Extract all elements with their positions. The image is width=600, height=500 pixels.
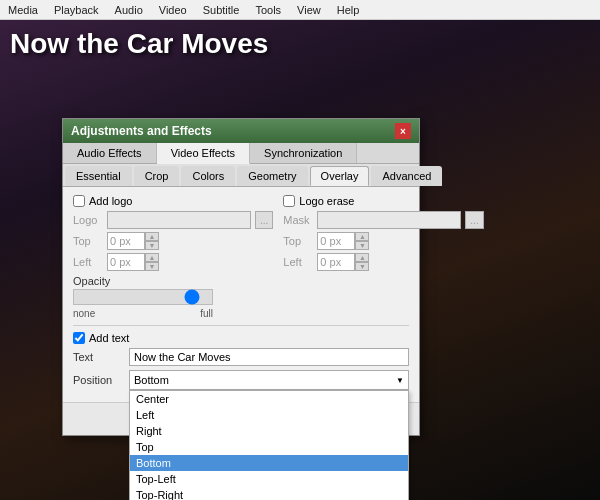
tab-audio-effects[interactable]: Audio Effects (63, 143, 157, 163)
menu-video[interactable]: Video (155, 2, 191, 18)
option-left[interactable]: Left (130, 407, 408, 423)
dialog-titlebar: Adjustments and Effects × (63, 119, 419, 143)
top-spin-left: ▲ ▼ (145, 232, 159, 250)
video-title: Now the Car Moves (10, 28, 268, 60)
option-top[interactable]: Top (130, 439, 408, 455)
tab-colors[interactable]: Colors (181, 166, 235, 186)
position-label: Position (73, 374, 123, 386)
opacity-label: Opacity (73, 275, 273, 287)
add-text-section: Add text Text Position Bottom ▼ Center L… (73, 332, 409, 390)
top-label-right: Top (283, 235, 313, 247)
left-field-row-right: Left ▲ ▼ (283, 253, 483, 271)
add-logo-row: Add logo (73, 195, 273, 207)
option-center[interactable]: Center (130, 391, 408, 407)
left-spin-up-right[interactable]: ▲ (355, 253, 369, 262)
mask-input[interactable] (317, 211, 461, 229)
text-label: Text (73, 351, 123, 363)
top-spin-up-right[interactable]: ▲ (355, 232, 369, 241)
top-spin-right: ▲ ▼ (355, 232, 369, 250)
top-px-field-left: ▲ ▼ (107, 232, 159, 250)
tab-video-effects[interactable]: Video Effects (157, 143, 250, 164)
position-selected-value: Bottom (134, 374, 169, 386)
logo-label: Logo (73, 214, 103, 226)
option-top-left[interactable]: Top-Left (130, 471, 408, 487)
mask-browse-button[interactable]: ... (465, 211, 483, 229)
add-logo-label: Add logo (89, 195, 132, 207)
menu-playback[interactable]: Playback (50, 2, 103, 18)
right-column: Logo erase Mask ... Top ▲ ▼ (283, 195, 483, 319)
left-spin-right: ▲ ▼ (355, 253, 369, 271)
left-spin-up-left[interactable]: ▲ (145, 253, 159, 262)
position-field-row: Position Bottom ▼ Center Left Right Top … (73, 370, 409, 390)
menu-subtitle[interactable]: Subtitle (199, 2, 244, 18)
logo-erase-row: Logo erase (283, 195, 483, 207)
menu-media[interactable]: Media (4, 2, 42, 18)
left-spin-down-left[interactable]: ▼ (145, 262, 159, 271)
text-field-row: Text (73, 348, 409, 366)
tab-synchronization[interactable]: Synchronization (250, 143, 357, 163)
divider (73, 325, 409, 326)
main-tabs: Audio Effects Video Effects Synchronizat… (63, 143, 419, 164)
mask-field-row: Mask ... (283, 211, 483, 229)
logo-erase-checkbox[interactable] (283, 195, 295, 207)
add-text-checkbox[interactable] (73, 332, 85, 344)
menu-help[interactable]: Help (333, 2, 364, 18)
top-input-right[interactable] (317, 232, 355, 250)
left-px-field-right: ▲ ▼ (317, 253, 369, 271)
top-spin-up-left[interactable]: ▲ (145, 232, 159, 241)
dialog-title: Adjustments and Effects (71, 124, 212, 138)
dropdown-arrow-icon: ▼ (396, 376, 404, 385)
left-spin-left: ▲ ▼ (145, 253, 159, 271)
slider-labels: none full (73, 308, 213, 319)
add-text-label: Add text (89, 332, 129, 344)
top-label-left: Top (73, 235, 103, 247)
left-label-left: Left (73, 256, 103, 268)
top-spin-down-left[interactable]: ▼ (145, 241, 159, 250)
sub-tabs: Essential Crop Colors Geometry Overlay A… (63, 164, 419, 187)
left-input-left[interactable] (107, 253, 145, 271)
tab-essential[interactable]: Essential (65, 166, 132, 186)
left-column: Add logo Logo ... Top ▲ ▼ (73, 195, 273, 319)
add-logo-checkbox[interactable] (73, 195, 85, 207)
left-input-right[interactable] (317, 253, 355, 271)
top-input-left[interactable] (107, 232, 145, 250)
opacity-section: Opacity none full (73, 275, 273, 319)
logo-erase-label: Logo erase (299, 195, 354, 207)
opacity-slider[interactable] (73, 289, 213, 305)
left-px-field-left: ▲ ▼ (107, 253, 159, 271)
position-dropdown-button[interactable]: Bottom ▼ (129, 370, 409, 390)
position-dropdown-list: Center Left Right Top Bottom Top-Left To… (129, 390, 409, 500)
option-right[interactable]: Right (130, 423, 408, 439)
menu-audio[interactable]: Audio (111, 2, 147, 18)
slider-min-label: none (73, 308, 95, 319)
logo-browse-button[interactable]: ... (255, 211, 273, 229)
logo-input[interactable] (107, 211, 251, 229)
left-label-right: Left (283, 256, 313, 268)
tab-advanced[interactable]: Advanced (371, 166, 442, 186)
left-spin-down-right[interactable]: ▼ (355, 262, 369, 271)
logo-field-row: Logo ... (73, 211, 273, 229)
mask-label: Mask (283, 214, 313, 226)
add-text-row: Add text (73, 332, 409, 344)
slider-max-label: full (200, 308, 213, 319)
top-px-field-right: ▲ ▼ (317, 232, 369, 250)
tab-overlay[interactable]: Overlay (310, 166, 370, 186)
top-spin-down-right[interactable]: ▼ (355, 241, 369, 250)
tab-geometry[interactable]: Geometry (237, 166, 307, 186)
dialog-body: Add logo Logo ... Top ▲ ▼ (63, 187, 419, 402)
option-bottom[interactable]: Bottom (130, 455, 408, 471)
left-field-row-left: Left ▲ ▼ (73, 253, 273, 271)
top-field-row-right: Top ▲ ▼ (283, 232, 483, 250)
menubar: Media Playback Audio Video Subtitle Tool… (0, 0, 600, 20)
top-field-row-left: Top ▲ ▼ (73, 232, 273, 250)
position-dropdown-container: Bottom ▼ Center Left Right Top Bottom To… (129, 370, 409, 390)
menu-view[interactable]: View (293, 2, 325, 18)
dialog-close-button[interactable]: × (395, 123, 411, 139)
tab-crop[interactable]: Crop (134, 166, 180, 186)
menu-tools[interactable]: Tools (251, 2, 285, 18)
adjustments-dialog: Adjustments and Effects × Audio Effects … (62, 118, 420, 436)
text-input[interactable] (129, 348, 409, 366)
two-column-area: Add logo Logo ... Top ▲ ▼ (73, 195, 409, 319)
option-top-right[interactable]: Top-Right (130, 487, 408, 500)
